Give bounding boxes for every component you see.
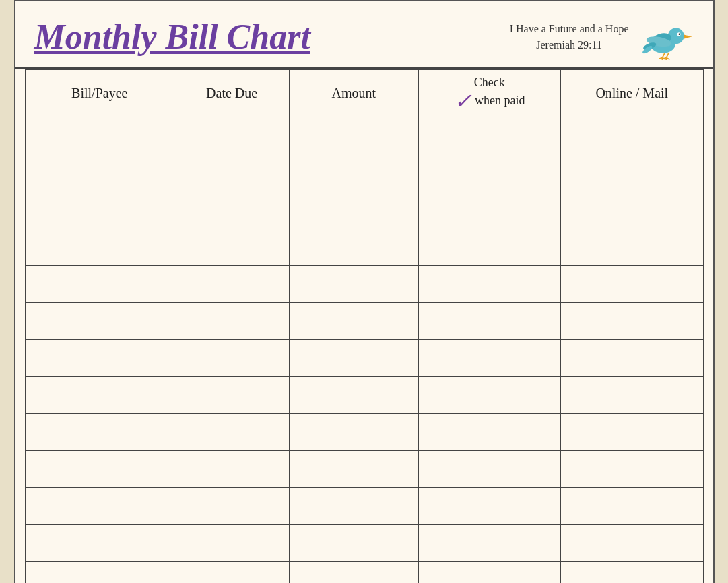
cell-row9-col2	[290, 451, 418, 488]
header-tagline: I Have a Future and a Hope Jeremiah 29:1…	[510, 21, 629, 53]
cell-row0-col4	[561, 117, 703, 154]
cell-row8-col0	[25, 414, 174, 451]
cell-row7-col1	[174, 377, 290, 414]
cell-row5-col2	[290, 303, 418, 340]
table-row	[25, 303, 703, 340]
table-row	[25, 414, 703, 451]
cell-row6-col2	[290, 340, 418, 377]
cell-row3-col3	[418, 228, 560, 266]
header: Monthly Bill Chart I Have a Future and a…	[15, 1, 713, 69]
cell-row5-col4	[561, 303, 703, 340]
cell-row4-col3	[418, 266, 560, 303]
cell-row9-col1	[174, 451, 290, 488]
col-header-amount: Amount	[290, 70, 418, 117]
table-row	[25, 154, 703, 191]
cell-row1-col1	[174, 154, 290, 191]
header-right: I Have a Future and a Hope Jeremiah 29:1…	[510, 13, 694, 61]
tagline-line2: Jeremiah 29:11	[510, 37, 629, 53]
cell-row11-col2	[290, 525, 418, 562]
cell-row2-col2	[290, 191, 418, 228]
cell-row0-col0	[25, 117, 174, 154]
cell-row6-col1	[174, 340, 290, 377]
cell-row3-col0	[25, 228, 174, 266]
cell-row5-col1	[174, 303, 290, 340]
cell-row4-col4	[561, 266, 703, 303]
cell-row0-col2	[290, 117, 418, 154]
cell-row8-col4	[561, 414, 703, 451]
table-row	[25, 562, 703, 584]
col-header-bill: Bill/Payee	[25, 70, 174, 117]
table-row	[25, 525, 703, 562]
col-header-date: Date Due	[174, 70, 290, 117]
cell-row1-col4	[561, 154, 703, 191]
cell-row11-col1	[174, 525, 290, 562]
table-wrapper: Bill/Payee Date Due Amount Check ✓ when …	[15, 69, 713, 583]
cell-row1-col3	[418, 154, 560, 191]
cell-row8-col3	[418, 414, 560, 451]
cell-row9-col4	[561, 451, 703, 488]
cell-row11-col4	[561, 525, 703, 562]
cell-row9-col3	[418, 451, 560, 488]
col-header-check: Check ✓ when paid	[418, 70, 560, 117]
cell-row5-col3	[418, 303, 560, 340]
bill-table: Bill/Payee Date Due Amount Check ✓ when …	[25, 69, 704, 583]
cell-row4-col2	[290, 266, 418, 303]
cell-row2-col4	[561, 191, 703, 228]
cell-row7-col2	[290, 377, 418, 414]
cell-row7-col4	[561, 377, 703, 414]
cell-row6-col4	[561, 340, 703, 377]
cell-row10-col0	[25, 488, 174, 525]
cell-row7-col3	[418, 377, 560, 414]
checkmark-icon: ✓	[454, 90, 472, 112]
cell-row0-col1	[174, 117, 290, 154]
table-row	[25, 340, 703, 377]
bird-icon	[637, 13, 694, 61]
table-row	[25, 451, 703, 488]
cell-row2-col3	[418, 191, 560, 228]
check-label-top: Check	[474, 75, 505, 90]
tagline-line1: I Have a Future and a Hope	[510, 21, 629, 37]
cell-row7-col0	[25, 377, 174, 414]
cell-row5-col0	[25, 303, 174, 340]
table-header-row: Bill/Payee Date Due Amount Check ✓ when …	[25, 70, 703, 117]
svg-point-4	[678, 33, 680, 35]
col-header-online: Online / Mail	[561, 70, 703, 117]
cell-row9-col0	[25, 451, 174, 488]
cell-row12-col1	[174, 562, 290, 584]
cell-row3-col2	[290, 228, 418, 266]
cell-row6-col3	[418, 340, 560, 377]
table-row	[25, 191, 703, 228]
cell-row4-col1	[174, 266, 290, 303]
table-row	[25, 228, 703, 266]
svg-marker-2	[684, 35, 692, 39]
cell-row2-col1	[174, 191, 290, 228]
cell-row10-col4	[561, 488, 703, 525]
cell-row3-col1	[174, 228, 290, 266]
cell-row10-col3	[418, 488, 560, 525]
cell-row0-col3	[418, 117, 560, 154]
table-row	[25, 266, 703, 303]
cell-row1-col2	[290, 154, 418, 191]
page-title: Monthly Bill Chart	[34, 20, 310, 55]
svg-line-9	[662, 53, 664, 58]
check-header-content: Check ✓ when paid	[423, 75, 556, 112]
page: Monthly Bill Chart I Have a Future and a…	[14, 0, 715, 583]
cell-row8-col2	[290, 414, 418, 451]
cell-row6-col0	[25, 340, 174, 377]
table-row	[25, 117, 703, 154]
svg-line-13	[666, 53, 668, 58]
cell-row4-col0	[25, 266, 174, 303]
cell-row12-col4	[561, 562, 703, 584]
cell-row10-col2	[290, 488, 418, 525]
cell-row12-col2	[290, 562, 418, 584]
check-label-bottom: when paid	[475, 93, 525, 109]
cell-row1-col0	[25, 154, 174, 191]
cell-row8-col1	[174, 414, 290, 451]
cell-row11-col3	[418, 525, 560, 562]
table-row	[25, 488, 703, 525]
cell-row3-col4	[561, 228, 703, 266]
cell-row11-col0	[25, 525, 174, 562]
cell-row12-col0	[25, 562, 174, 584]
cell-row12-col3	[418, 562, 560, 584]
cell-row10-col1	[174, 488, 290, 525]
